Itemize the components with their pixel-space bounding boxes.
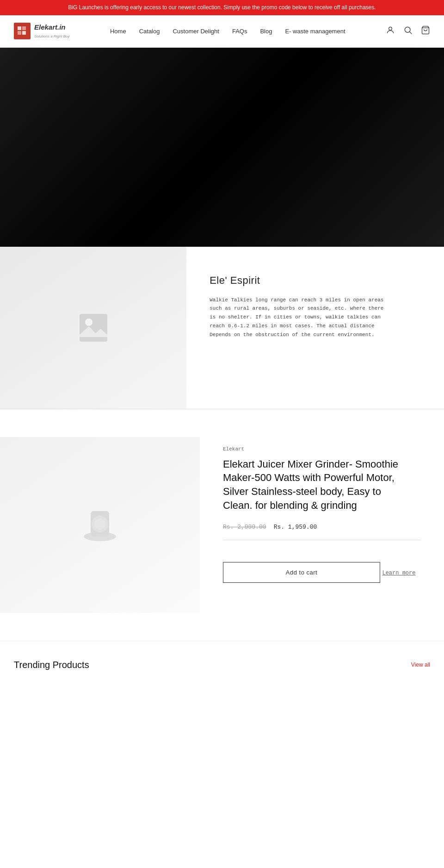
view-all-link[interactable]: View all bbox=[411, 662, 430, 668]
product-section: Elekart Elekart Juicer Mixer Grinder- Sm… bbox=[0, 409, 444, 641]
feature-title: Ele' Espirit bbox=[210, 275, 421, 287]
search-icon[interactable] bbox=[403, 25, 413, 37]
learn-more-link[interactable]: Learn more bbox=[382, 570, 415, 576]
logo-text: Elekart.in bbox=[34, 23, 70, 31]
main-nav: Home Catalog Customer Delight FAQs Blog … bbox=[110, 28, 345, 35]
feature-section: Ele' Espirit Walkie Talkies long range c… bbox=[0, 247, 444, 409]
feature-product-image bbox=[0, 247, 186, 409]
product-title: Elekart Juicer Mixer Grinder- Smoothie M… bbox=[223, 457, 399, 512]
nav-home[interactable]: Home bbox=[110, 28, 126, 35]
svg-point-9 bbox=[85, 318, 92, 326]
nav-blog[interactable]: Blog bbox=[260, 28, 272, 35]
logo-subtitle: Solutions a Right Buy bbox=[34, 34, 70, 38]
product-image bbox=[0, 437, 200, 613]
hero-banner bbox=[0, 48, 444, 247]
svg-point-13 bbox=[94, 518, 105, 530]
feature-description: Walkie Talkies long range can reach 3 mi… bbox=[210, 296, 385, 339]
trending-section: Trending Products View all bbox=[0, 641, 444, 680]
logo-text-group: Elekart.in Solutions a Right Buy bbox=[34, 23, 70, 39]
trending-title: Trending Products bbox=[14, 660, 89, 670]
price-original: Rs. 2,999.00 bbox=[223, 524, 266, 531]
hero-banner-image bbox=[0, 48, 444, 247]
svg-point-4 bbox=[389, 27, 392, 30]
svg-rect-3 bbox=[22, 31, 26, 35]
nav-ewaste[interactable]: E- waste management bbox=[285, 28, 345, 35]
price-divider bbox=[223, 540, 421, 540]
header: Elekart.in Solutions a Right Buy Home Ca… bbox=[0, 15, 444, 48]
header-icons bbox=[386, 25, 430, 37]
product-pricing: Rs. 2,999.00 Rs. 1,959.00 bbox=[223, 524, 421, 531]
product-content: Elekart Elekart Juicer Mixer Grinder- Sm… bbox=[200, 437, 444, 613]
svg-rect-0 bbox=[18, 26, 21, 30]
trending-header: Trending Products View all bbox=[14, 660, 430, 670]
nav-customer-delight[interactable]: Customer Delight bbox=[173, 28, 219, 35]
feature-content: Ele' Espirit Walkie Talkies long range c… bbox=[186, 247, 444, 409]
nav-faqs[interactable]: FAQs bbox=[232, 28, 247, 35]
account-icon[interactable] bbox=[386, 25, 395, 37]
svg-point-5 bbox=[405, 27, 410, 32]
price-sale: Rs. 1,959.00 bbox=[274, 524, 317, 531]
svg-line-6 bbox=[410, 32, 412, 34]
nav-catalog[interactable]: Catalog bbox=[139, 28, 160, 35]
logo-area: Elekart.in Solutions a Right Buy bbox=[14, 23, 70, 39]
svg-rect-1 bbox=[22, 26, 26, 30]
product-brand: Elekart bbox=[223, 446, 421, 452]
svg-rect-8 bbox=[80, 314, 107, 342]
logo-icon bbox=[14, 23, 31, 39]
announcement-bar: BiG Launches is offering early access to… bbox=[0, 0, 444, 15]
cart-icon[interactable] bbox=[421, 25, 430, 37]
add-to-cart-button[interactable]: Add to cart bbox=[223, 562, 380, 583]
announcement-text: BiG Launches is offering early access to… bbox=[68, 4, 376, 11]
svg-rect-2 bbox=[18, 31, 21, 35]
